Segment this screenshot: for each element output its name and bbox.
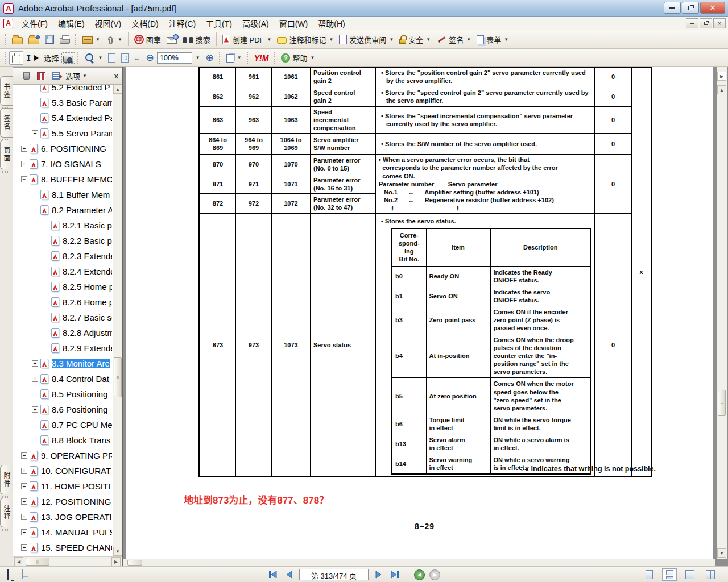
menu-item[interactable]: 注释(C) (164, 16, 201, 30)
scrollbar-thumb[interactable]: ≡ (114, 357, 122, 397)
close-panel-button[interactable]: x (114, 72, 118, 80)
doc-restore-button[interactable] (700, 18, 712, 28)
bookmark-expander-icon[interactable]: + (21, 529, 27, 535)
zoom-level-input[interactable] (157, 52, 192, 64)
bookmark-item[interactable]: +8.2.2 Basic pa (14, 233, 112, 248)
bookmark-item[interactable]: −8. BUFFER MEMO (14, 172, 112, 187)
options-menu-button[interactable]: 选项▼ (65, 70, 87, 81)
bookmark-expander-icon[interactable]: + (32, 360, 38, 367)
document-scrollbar[interactable]: ▶ ▲ ≡ ▼ (717, 67, 727, 559)
zoom-tool-button[interactable]: ▼ (82, 51, 105, 65)
bookmark-item[interactable]: +8.2.9 Extende (14, 340, 112, 356)
open-web-button[interactable] (26, 33, 42, 46)
bookmark-item[interactable]: +14. MANUAL PULS (14, 525, 112, 540)
bookmark-expander-icon[interactable]: + (21, 514, 27, 520)
bookmark-expander-icon[interactable]: + (21, 146, 27, 152)
bookmark-expander-icon[interactable]: + (21, 498, 27, 505)
toolbar-grip[interactable] (5, 52, 7, 64)
bookmark-expander-icon[interactable]: + (32, 130, 38, 136)
comments-markup-button[interactable]: 注释和标记▼ (274, 32, 336, 47)
document-system-menu-icon[interactable]: A (3, 19, 13, 28)
bookmark-item[interactable]: +5.5 Servo Param (14, 126, 112, 141)
bookmark-expander-icon[interactable]: + (21, 544, 27, 551)
toolbar-grip[interactable] (219, 52, 221, 64)
bookmark-expander-icon[interactable]: + (21, 483, 27, 489)
bookmark-item[interactable]: +8.4 Control Dat (14, 371, 112, 386)
single-page-button[interactable] (642, 568, 656, 581)
bookmark-item[interactable]: +8.2.7 Basic se (14, 310, 112, 325)
nav-tab-bottom-1[interactable]: 附件 (0, 465, 13, 494)
document-hscrollbar[interactable] (123, 559, 715, 566)
menu-item[interactable]: 高级(A) (237, 16, 274, 30)
toolbar-grip[interactable] (75, 34, 77, 45)
bookmark-item[interactable]: +12. POSITIONING (14, 494, 112, 509)
hscrollbar-thumb[interactable]: ||| (26, 558, 49, 566)
forms-button[interactable]: 表单▼ (474, 32, 511, 47)
menu-item[interactable]: 工具(T) (201, 16, 237, 30)
hand-tool-button[interactable] (9, 51, 23, 65)
bookmark-expander-icon[interactable]: + (21, 161, 27, 167)
stamp-button[interactable]: 印图章 (131, 32, 164, 47)
bookmark-expander-icon[interactable]: − (21, 176, 27, 182)
help-button[interactable]: ?帮助▼ (278, 51, 317, 65)
bookmark-item[interactable]: +15. SPEED CHANG (14, 540, 112, 555)
bookmark-item[interactable]: +8.2.5 Home p (14, 279, 112, 294)
previous-view-button[interactable]: ◀ (414, 569, 425, 580)
bookmark-item[interactable]: +11. HOME POSITI (14, 479, 112, 494)
open-button[interactable] (9, 33, 26, 46)
search-button[interactable]: 搜索 (180, 32, 213, 47)
bookmark-item[interactable]: +8.2.1 Basic pa (14, 218, 112, 233)
menu-item[interactable]: 帮助(H) (313, 16, 350, 30)
bookmark-expander-icon[interactable]: + (32, 376, 38, 382)
scroll-up-button[interactable]: ▲ (113, 85, 122, 94)
last-page-button[interactable] (389, 569, 400, 580)
bookmarks-scrollbar[interactable]: ▲ ≡ ▼ (113, 85, 122, 556)
bookmark-item[interactable]: +8.2.3 Extende (14, 248, 112, 264)
scroll-right-button[interactable]: ▶ (111, 557, 121, 566)
toolbar-grip[interactable] (274, 52, 276, 64)
red-annotation-text[interactable]: 地址到873为止，没有877、878？ (184, 492, 329, 506)
email-button[interactable] (164, 33, 180, 45)
bookmark-item[interactable]: +8.2.8 Adjustm (14, 325, 112, 340)
bookmark-expander-icon[interactable]: + (21, 452, 27, 459)
create-pdf-button[interactable]: 创建 PDF▼ (220, 32, 275, 47)
zoom-out-button[interactable]: ⊖ (143, 51, 156, 64)
doc-close-button[interactable]: × (713, 18, 726, 28)
menu-item[interactable]: 编辑(E) (53, 16, 90, 30)
yahoo-messenger-button[interactable]: Y!M (251, 52, 272, 64)
bookmark-item[interactable]: +8.1 Buffer Mem (14, 187, 112, 202)
fit-page-button[interactable]: ↕ (118, 51, 130, 64)
sign-button[interactable]: 签名▼ (433, 32, 474, 47)
fit-width-button[interactable]: ↔ (130, 52, 143, 64)
bookmark-item[interactable]: +8.2.4 Extende (14, 264, 112, 279)
zoom-in-button[interactable]: ⊕ (203, 51, 217, 64)
page-size-button[interactable] (22, 570, 23, 579)
bookmark-item[interactable]: −8.2 Parameter A (14, 202, 112, 218)
attach-button[interactable]: ▼ (103, 32, 125, 46)
bookmark-item[interactable]: +8.5 Positioning (14, 386, 112, 402)
send-review-button[interactable]: 发送供审阅▼ (336, 32, 396, 47)
bookmark-item[interactable]: +8.8 Block Trans (14, 433, 112, 448)
zoom-dropdown-button[interactable]: ▼ (192, 53, 203, 62)
bookmarks-hscrollbar[interactable]: ◀ ||| ▶ (13, 556, 122, 566)
toolbar-grip[interactable] (247, 52, 249, 64)
new-bookmark-button[interactable] (51, 71, 61, 81)
delete-bookmark-button[interactable] (21, 71, 31, 81)
next-page-button[interactable] (373, 569, 384, 580)
bookmark-item[interactable]: +7. I/O SIGNALS (14, 156, 112, 172)
page-display-button[interactable]: ▼ (224, 51, 245, 64)
scroll-up-button[interactable]: ▲ (717, 85, 726, 94)
expand-current-bookmark-button[interactable] (36, 71, 46, 81)
scrollbar-thumb[interactable]: ≡ (718, 390, 726, 416)
bookmark-item[interactable]: +5.4 Extended Pa (14, 110, 112, 126)
bookmark-item[interactable]: +13. JOG OPERATI (14, 509, 112, 525)
bookmark-item[interactable]: +8.7 PC CPU Mem (14, 417, 112, 433)
bookmark-item[interactable]: +8.3 Monitor Are (14, 356, 112, 371)
organizer-button[interactable]: ▼ (80, 33, 103, 45)
bookmark-item[interactable]: +9. OPERATING PR (14, 448, 112, 463)
bookmark-expander-icon[interactable]: + (32, 406, 38, 413)
minimize-button[interactable] (664, 2, 681, 14)
save-button[interactable] (42, 33, 57, 45)
nav-tab-top-1[interactable]: 书签 (0, 76, 13, 106)
page-number-box[interactable]: 第 313/474 页 (299, 569, 369, 580)
